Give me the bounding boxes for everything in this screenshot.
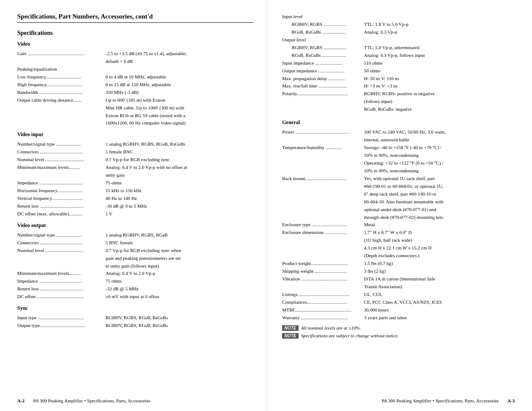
r-spec-label — [282, 283, 364, 291]
spec-row: Return loss ............................… — [17, 285, 254, 293]
r-spec-label: Input impedance ....................... — [282, 59, 364, 67]
right-specs-table: Input levelRGBHV, RGBS .................… — [282, 13, 519, 113]
r-spec-label: Output impedance ...................... — [282, 67, 364, 75]
r-spec-value: H: <3 ns V: <3 ns — [364, 82, 519, 90]
spec-value: Extron RG6 or RG 59 cable (tested with a — [106, 112, 254, 120]
spec-label: Vertical frequency......................… — [17, 195, 106, 202]
spec-label — [17, 112, 106, 120]
r-spec-value: (1U high, half rack wide) — [364, 237, 519, 244]
r-spec-row: Polarity................................… — [282, 90, 519, 98]
spec-row: unity gain — [17, 171, 254, 179]
r-spec-label: Output level — [282, 36, 364, 44]
r-spec-row: internal, autoswitchable — [282, 136, 519, 144]
r-spec-label: Warranty ...............................… — [282, 314, 364, 322]
r-spec-row: Listings................................… — [282, 291, 519, 299]
r-spec-label — [282, 214, 364, 221]
spec-value: 1600x1200, 60 Hz computer video signal) — [106, 119, 254, 127]
r-spec-value: H: 50 ns V: 110 ns — [364, 75, 519, 83]
spec-value: 1 V — [106, 210, 254, 218]
spec-value: 75 ohms — [106, 179, 254, 187]
r-spec-label: RGBHV, RGBS ................... — [282, 44, 364, 52]
r-spec-row: 6" deep rack shelf, part #60-190-10 or — [282, 190, 519, 198]
note1-text: All nominal levels are at ±10%. — [301, 325, 361, 330]
spec-value: Analog: 0.4 V to 2.0 Vp-p — [106, 270, 254, 277]
spec-value: Analog: 0.4 V to 2.0 Vp-p with no offset… — [106, 164, 254, 171]
spec-value: Mini HR cable. Up to 1000' (300 m) with — [106, 104, 254, 112]
spec-row: Gain ...................................… — [17, 50, 254, 58]
footer-right-text: PA 300 Peaking Amplifier • Specification… — [382, 398, 499, 403]
r-spec-value: 510 ohms — [364, 59, 519, 67]
spec-value: 0.7 Vp-p for RGB excluding sync when — [106, 247, 254, 255]
spec-value: Up to 600' (185 m) with Extron — [106, 97, 254, 104]
r-spec-label: Max. rise/fall time ....................… — [282, 82, 364, 90]
r-spec-value: 1.7" H x 8.7" W x 6.0" D — [364, 229, 519, 237]
r-spec-row: RGBHV, RGBS ...................TTL: 5.0 … — [282, 44, 519, 52]
spec-row: 1600x1200, 60 Hz computer video signal) — [17, 119, 254, 127]
r-spec-value: 3 years parts and labor — [364, 314, 519, 322]
spec-label: Return loss ............................… — [17, 202, 106, 210]
footer-left-num: A-2 — [17, 398, 25, 403]
footer-left: A-2 PA 300 Peaking Amplifier • Specifica… — [17, 398, 150, 403]
spec-row: Number/signal type......................… — [17, 231, 254, 239]
r-spec-value: 6" deep rack shelf, part #60-190-10 or — [364, 190, 519, 198]
spec-row: Nominal level ..........................… — [17, 156, 254, 164]
spec-row: Nominal level ..........................… — [17, 247, 254, 255]
spec-value: 5 female BNC — [106, 148, 254, 156]
spec-value: gain and peaking potentiometers are set — [106, 255, 254, 262]
r-spec-row: Product weight..........................… — [282, 260, 519, 268]
r-spec-row: Output level — [282, 36, 519, 44]
r-spec-row: RGBHV, RGBS ...................TTL: 1.8 … — [282, 21, 519, 28]
spec-row: DC offset (max. allowable)...........1 V — [17, 210, 254, 218]
r-spec-value: 100 VAC to 240 VAC, 50/60 Hz, 3.6 watts, — [364, 128, 519, 136]
video-specs-table: Gain ...................................… — [17, 50, 254, 127]
page-title: Specifications, Part Numbers, Accessorie… — [17, 13, 254, 23]
note2-text: Specifications are subject to change wit… — [301, 333, 399, 338]
r-spec-row: RGsB, RsGsBs ....................Analog:… — [282, 52, 519, 59]
spec-row: Return loss ............................… — [17, 202, 254, 210]
r-spec-label — [282, 183, 364, 190]
r-spec-row: MTBF....................................… — [282, 306, 519, 314]
r-spec-row: Operating: +32 to +122 °F (0 to +50 °C) … — [282, 159, 519, 167]
r-spec-label: Vibration ..............................… — [282, 275, 364, 283]
spec-value: RGBHV, RGBS, RGsB, RsGsBs — [106, 322, 254, 330]
spec-row: Input type .............................… — [17, 314, 254, 322]
r-spec-label — [282, 98, 364, 106]
spec-row: Low frequency...........................… — [17, 73, 254, 81]
video-input-title: Video input — [17, 131, 254, 138]
footer-right: PA 300 Peaking Amplifier • Specification… — [382, 398, 515, 403]
note1-line: NOTE All nominal levels are at ±10%. — [282, 325, 519, 331]
spec-row: Impedance ..............................… — [17, 277, 254, 285]
r-spec-row: Warranty ...............................… — [282, 314, 519, 322]
r-spec-label — [282, 244, 364, 252]
r-spec-value: Storage: -40 to +158 °F (-40 to +70 °C) … — [364, 144, 519, 152]
r-spec-label — [282, 252, 364, 260]
r-spec-value — [364, 13, 519, 21]
r-spec-value: #60-190-01 or 60-604-01; or optional 1U, — [364, 183, 519, 190]
spec-value: 40 Hz to 140 Hz — [106, 195, 254, 202]
spec-label: Nominal level ..........................… — [17, 156, 106, 164]
spec-row: Minimum/maximum levels.........Analog: 0… — [17, 164, 254, 171]
spec-value: 0.7 Vp-p for RGB excluding sync — [106, 156, 254, 164]
r-spec-value: 50 ohms — [364, 67, 519, 75]
spec-row: Extron RG6 or RG 59 cable (tested with a — [17, 112, 254, 120]
r-spec-label — [282, 190, 364, 198]
spec-label: Number/signal type......................… — [17, 231, 106, 239]
r-spec-value: through-desk (#70-077-02) mounting kits. — [364, 214, 519, 221]
r-spec-label: Compliances.............................… — [282, 299, 364, 306]
r-spec-value: Transit Association) — [364, 283, 519, 291]
r-spec-label — [282, 198, 364, 206]
spec-label: Horizontal frequency....................… — [17, 187, 106, 195]
spec-row: High frequency..........................… — [17, 81, 254, 89]
r-spec-label: Rack mount..............................… — [282, 175, 364, 183]
spec-label: Number/signal type ..................... — [17, 140, 106, 148]
note2-box: NOTE — [282, 333, 299, 339]
r-spec-row: Input impedance .......................5… — [282, 59, 519, 67]
r-spec-label: Temperature/humidity .............. — [282, 144, 364, 152]
footer-right-num: A-3 — [507, 398, 515, 403]
r-spec-row: Vibration ..............................… — [282, 275, 519, 283]
r-spec-label: Enclosure type .........................… — [282, 221, 364, 229]
r-spec-row: (1U high, half rack wide) — [282, 237, 519, 244]
r-spec-row: Transit Association) — [282, 283, 519, 291]
r-spec-value: 60-604-10. Also furniture mountable with — [364, 198, 519, 206]
r-spec-value: 10% to 90%, noncondensing — [364, 167, 519, 175]
